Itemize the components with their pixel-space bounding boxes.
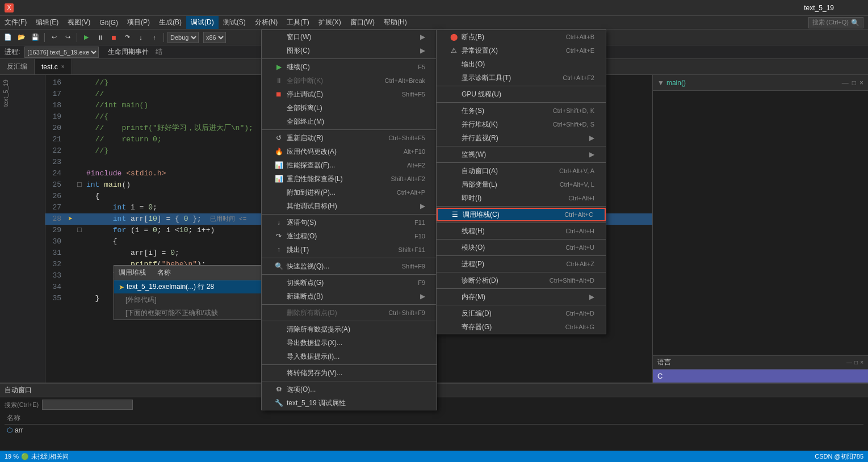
togglebp-shortcut: F9 [418, 279, 425, 286]
panel-close[interactable]: × [859, 79, 863, 87]
win-sep-11 [437, 305, 606, 305]
win-menu-autos[interactable]: 自动窗口(A) Ctrl+Alt+V, A [437, 164, 606, 178]
debug-menu-breakall[interactable]: ⏸ 全部中断(K) Ctrl+Alt+Break [262, 74, 437, 87]
toolbar-new[interactable]: 📄 [2, 32, 14, 43]
debug-menu-cleartips[interactable]: 清除所有数据提示(A) [262, 322, 437, 336]
toolbar-redo[interactable]: ↪ [62, 32, 73, 43]
win-menu-diagnostics[interactable]: 显示诊断工具(T) Ctrl+Alt+F2 [437, 71, 606, 85]
debug-menu-applycode[interactable]: 🔥 应用代码更改(A) Alt+F10 [262, 145, 437, 158]
process-select[interactable]: [16376] text_5_19.exe [24, 47, 99, 58]
menu-help[interactable]: 帮助(H) [379, 16, 412, 29]
debug-menu-deletebps[interactable]: 删除所有断点(D) Ctrl+Shift+F9 [262, 306, 437, 320]
parallelwatch-arrow-icon: ▶ [589, 134, 594, 142]
debug-menu-dropdown: 窗口(W) ▶ 图形(C) ▶ ▶ 继续(C) F5 ⏸ 全部中断(K) Ctr… [261, 30, 437, 410]
debug-menu-profiler-label: 性能探查器(F)... [287, 161, 396, 170]
arch-select[interactable]: x86 [203, 32, 226, 43]
debug-menu-terminateall[interactable]: 全部终止(M) [262, 115, 437, 128]
win-menu-breakpoints[interactable]: ⬤ 断点(B) Ctrl+Alt+B [437, 30, 606, 44]
debug-menu-importtips[interactable]: 导入数据提示(I)... [262, 350, 437, 363]
menu-project[interactable]: 项目(P) [123, 16, 154, 29]
win-menu-threads[interactable]: 线程(H) Ctrl+Alt+H [437, 224, 606, 238]
debug-menu-stopdebug[interactable]: ⏹ 停止调试(E) Shift+F5 [262, 87, 437, 101]
debug-menu-stepover[interactable]: ↷ 逐过程(O) F10 [262, 229, 437, 243]
bottom-tab-auto[interactable]: 自动窗口 [5, 385, 32, 395]
win-menu-exceptions[interactable]: ⚠ 异常设置(X) Ctrl+Alt+E [437, 44, 606, 57]
debug-menu-othertargets[interactable]: 其他调试目标(H) ▶ [262, 199, 437, 213]
debug-config-select[interactable]: Debug [167, 32, 199, 43]
debug-menu-window[interactable]: 窗口(W) ▶ [262, 30, 437, 44]
win-menu-diaganalysis[interactable]: 诊断分析(D) Ctrl+Shift+Alt+D [437, 274, 606, 287]
win-menu-parallelstacks[interactable]: 并行堆栈(K) Ctrl+Shift+D, S [437, 117, 606, 131]
toolbar-debug-stop[interactable]: ⏹ [108, 32, 119, 43]
menu-file[interactable]: 文件(F) [0, 16, 31, 29]
debug-menu-importtips-label: 导入数据提示(I)... [287, 352, 425, 362]
lang-panel-restore[interactable]: □ [854, 359, 858, 366]
win-menu-output[interactable]: 输出(O) [437, 57, 606, 71]
right-panel-breadcrumb: ▼ main() [657, 79, 686, 87]
win-menu-disassembly[interactable]: 反汇编(D) Ctrl+Alt+D [437, 306, 606, 320]
debug-menu-graphics[interactable]: 图形(C) ▶ [262, 44, 437, 57]
debug-menu-savedump[interactable]: 将转储另存为(V)... [262, 366, 437, 380]
menu-edit[interactable]: 编辑(E) [31, 16, 63, 29]
bottom-search-input[interactable] [42, 400, 133, 410]
debug-menu-profiler[interactable]: 📊 性能探查器(F)... Alt+F2 [262, 158, 437, 172]
menu-extensions[interactable]: 扩展(X) [314, 16, 346, 29]
debug-menu-restart-label: 重新启动(R) [287, 133, 377, 143]
menu-test[interactable]: 测试(S) [219, 16, 250, 29]
toolbar-undo[interactable]: ↩ [48, 32, 60, 43]
tab-decompile[interactable]: 反汇编 [0, 59, 35, 74]
toolbar-debug-start[interactable]: ▶ [81, 32, 92, 43]
toolbar-step-over[interactable]: ↷ [121, 32, 133, 43]
menu-git[interactable]: Git(G) [95, 16, 123, 29]
tab-test-close[interactable]: × [61, 64, 65, 70]
win-menu-immediate[interactable]: 即时(I) Ctrl+Alt+I [437, 191, 606, 205]
win-menu-locals[interactable]: 局部变量(L) Ctrl+Alt+V, L [437, 178, 606, 191]
debug-menu-stepout[interactable]: ↑ 跳出(T) Shift+F11 [262, 243, 437, 257]
toolbar-sep-2 [77, 33, 77, 42]
menu-window[interactable]: 窗口(W) [346, 16, 379, 29]
menu-view[interactable]: 视图(V) [63, 16, 95, 29]
debug-menu-newbp[interactable]: 新建断点(B) ▶ [262, 289, 437, 303]
win-menu-parallelwatch[interactable]: 并行监视(R) ▶ [437, 131, 606, 145]
debug-menu-options[interactable]: ⚙ 选项(O)... [262, 383, 437, 396]
debug-menu-togglebp[interactable]: 切换断点(G) F9 [262, 276, 437, 289]
win-menu-modules[interactable]: 模块(O) Ctrl+Alt+U [437, 241, 606, 254]
panel-maximize[interactable]: □ [852, 79, 856, 87]
immediate-shortcut: Ctrl+Alt+I [568, 195, 594, 201]
toolbar-step-into[interactable]: ↓ [135, 32, 146, 43]
panel-controls: — □ × [842, 79, 863, 87]
search-placeholder: 搜索 (Ctrl+Q) [812, 18, 849, 27]
win-menu-watch[interactable]: 监视(W) ▶ [437, 148, 606, 161]
debug-menu-debugprops[interactable]: 🔧 text_5_19 调试属性 [262, 396, 437, 410]
search-box[interactable]: 搜索 (Ctrl+Q) 🔍 [808, 17, 863, 28]
win-menu-memory[interactable]: 内存(M) ▶ [437, 290, 606, 304]
debug-menu-restart[interactable]: ↺ 重新启动(R) Ctrl+Shift+F5 [262, 131, 437, 145]
debug-menu-attachprocess[interactable]: 附加到进程(P)... Ctrl+Alt+P [262, 186, 437, 199]
menu-debug[interactable]: 调试(D) [186, 16, 219, 29]
debug-menu-detachall[interactable]: 全部拆离(L) [262, 101, 437, 115]
debug-menu-restartprofiler[interactable]: 📊 重启性能探查器(L) Shift+Alt+F2 [262, 172, 437, 186]
debug-menu-quickwatch[interactable]: 🔍 快速监视(Q)... Shift+F9 [262, 259, 437, 273]
debug-menu-continue[interactable]: ▶ 继续(C) F5 [262, 60, 437, 74]
toolbar-debug-pause[interactable]: ⏸ [94, 32, 106, 43]
debug-menu-togglebp-label: 切换断点(G) [287, 278, 406, 288]
win-menu-callstack[interactable]: ☰ 调用堆栈(C) Ctrl+Alt+C [437, 208, 606, 221]
win-menu-tasks[interactable]: 任务(S) Ctrl+Shift+D, K [437, 104, 606, 117]
win-menu-gpu[interactable]: GPU 线程(U) [437, 87, 606, 101]
toolbar-step-out[interactable]: ↑ [149, 32, 160, 43]
callstack-icon: ☰ [449, 211, 460, 219]
panel-minimize[interactable]: — [842, 79, 849, 87]
debug-menu-exporttips[interactable]: 导出数据提示(X)... [262, 336, 437, 350]
lang-panel-close[interactable]: × [860, 359, 863, 366]
win-sep-7 [437, 239, 606, 240]
menu-tools[interactable]: 工具(T) [282, 16, 313, 29]
lang-panel-minimize[interactable]: — [846, 359, 852, 366]
toolbar-save[interactable]: 💾 [30, 32, 41, 43]
toolbar-open[interactable]: 📂 [16, 32, 27, 43]
tab-test[interactable]: test.c × [35, 59, 72, 74]
menu-build[interactable]: 生成(B) [154, 16, 186, 29]
debug-menu-stepinto[interactable]: ↓ 逐语句(S) F11 [262, 216, 437, 229]
win-menu-processes[interactable]: 进程(P) Ctrl+Alt+Z [437, 257, 606, 271]
menu-analyze[interactable]: 分析(N) [250, 16, 283, 29]
win-menu-registers[interactable]: 寄存器(G) Ctrl+Alt+G [437, 320, 606, 334]
